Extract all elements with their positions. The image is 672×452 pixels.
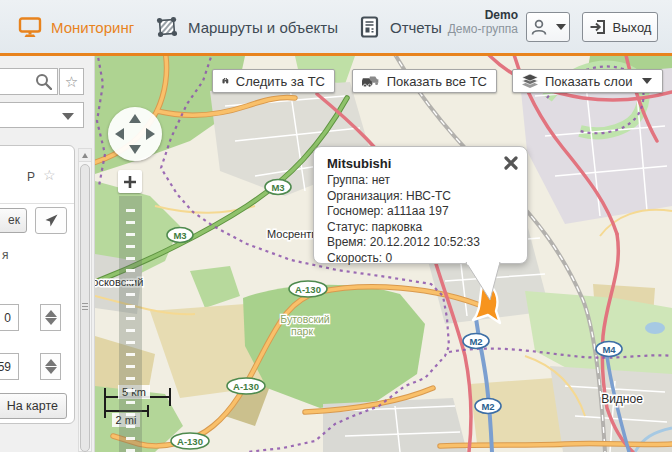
pan-down-icon[interactable]: [129, 145, 141, 154]
panel-divider: [0, 203, 74, 204]
svg-text:М4: М4: [602, 344, 616, 355]
layers-icon: [522, 74, 538, 89]
badge-m2-a: М2: [463, 334, 489, 349]
chevron-down-icon: [556, 24, 566, 30]
sidebar-scrollbar[interactable]: [78, 148, 92, 452]
badge-m3-b: М3: [167, 228, 193, 243]
spinner-top-arrows[interactable]: [40, 304, 61, 331]
routes-polygon-icon: [155, 15, 179, 39]
logout-button[interactable]: Выход: [582, 12, 658, 42]
group-dropdown[interactable]: [0, 102, 84, 128]
popup-line-speed: Скорость: 0: [327, 251, 515, 267]
pan-up-icon[interactable]: [129, 114, 141, 123]
top-navigation-bar: Мониторинг Маршруты и объекты Отчеты: [0, 0, 672, 56]
truncated-label: я: [2, 248, 9, 262]
badge-m2-b: М2: [475, 399, 501, 414]
locate-button[interactable]: [35, 207, 67, 234]
scroll-up-button[interactable]: [79, 149, 91, 162]
location-arrow-icon: [44, 213, 59, 228]
spinner-down-icon[interactable]: [45, 367, 57, 374]
vehicles-icon: [362, 74, 380, 88]
zoom-slider-ticks: [126, 200, 135, 452]
spinner-down-icon[interactable]: [45, 318, 57, 325]
label-vidnoe: Видное: [601, 392, 643, 406]
popup-line-plate: Госномер: а111аа 197: [327, 204, 515, 220]
exit-icon: [589, 18, 607, 36]
follow-vehicle-button[interactable]: Следить за ТС: [212, 69, 335, 93]
zoom-in-button[interactable]: [118, 170, 142, 193]
svg-text:А-130: А-130: [177, 436, 203, 447]
spinner-up-icon[interactable]: [45, 310, 57, 317]
truncated-button[interactable]: ек: [0, 208, 27, 233]
tab-reports[interactable]: Отчеты: [358, 12, 442, 42]
svg-text:М2: М2: [481, 401, 494, 412]
label-butovsky-2: парк: [291, 325, 313, 337]
show-all-vehicles-button[interactable]: Показать все ТС: [352, 69, 497, 93]
svg-text:М3: М3: [271, 182, 284, 193]
svg-text:М3: М3: [173, 230, 186, 241]
chevron-down-icon: [642, 78, 652, 84]
tab-reports-label: Отчеты: [390, 19, 442, 36]
badge-a130-c: А-130: [171, 433, 209, 449]
tab-routes-objects-label: Маршруты и объекты: [188, 19, 338, 36]
vehicle-panel: Р ☆ ек я На карте: [0, 145, 75, 424]
svg-text:М2: М2: [469, 336, 482, 347]
popup-line-group: Группа: нет: [327, 173, 515, 189]
show-layers-label: Показать слои: [545, 74, 633, 89]
star-icon: ☆: [65, 73, 78, 91]
user-icon: [530, 18, 548, 36]
monitor-icon: [18, 15, 42, 39]
popup-line-time: Время: 20.12.2012 10:52:33: [327, 235, 515, 251]
zoom-slider[interactable]: [119, 196, 142, 452]
badge-m4: М4: [596, 342, 622, 357]
reports-icon: [358, 15, 381, 39]
scrollbar-thumb[interactable]: [80, 164, 90, 452]
show-layers-button[interactable]: Показать слои: [512, 69, 663, 93]
badge-a130-a: А-130: [289, 281, 327, 297]
pan-left-icon[interactable]: [115, 128, 124, 140]
user-group: Демо-группа: [448, 22, 518, 36]
follow-vehicle-label: Следить за ТС: [236, 74, 325, 89]
search-icon: [35, 73, 52, 90]
vehicle-info-popup: Mitsubishi Группа: нет Организация: НВС-…: [313, 146, 528, 264]
user-name: Demo: [448, 8, 518, 22]
show-all-vehicles-label: Показать все ТС: [387, 74, 487, 89]
badge-m3-a: М3: [265, 180, 291, 195]
svg-text:А-130: А-130: [233, 381, 259, 392]
plus-icon: [123, 175, 137, 189]
pan-right-icon[interactable]: [146, 128, 155, 140]
badge-a130-b: А-130: [227, 378, 265, 394]
user-menu-button[interactable]: [526, 12, 570, 42]
panel-letter: Р: [27, 170, 35, 184]
logout-label: Выход: [613, 20, 652, 35]
svg-text:А-130: А-130: [295, 284, 321, 295]
on-map-button[interactable]: На карте: [0, 393, 67, 419]
spinner-top-input[interactable]: [0, 304, 19, 331]
favorites-button[interactable]: ☆: [59, 68, 84, 95]
popup-line-status: Статус: парковка: [327, 220, 515, 236]
chevron-down-icon: [62, 113, 74, 120]
map-pan-control[interactable]: [108, 107, 162, 161]
sidebar: ☆ Р ☆ ек я На карте: [0, 56, 95, 452]
scrollbar-grip: [82, 303, 88, 312]
star-icon[interactable]: ☆: [43, 167, 56, 183]
user-info: Demo Демо-группа: [448, 8, 518, 36]
close-icon[interactable]: [503, 155, 519, 171]
spinner-bottom-arrows[interactable]: [40, 353, 61, 380]
tab-monitoring[interactable]: Мониторинг: [18, 12, 134, 42]
popup-line-organization: Организация: НВС-ТС: [327, 189, 515, 205]
tab-routes-objects[interactable]: Маршруты и объекты: [155, 12, 338, 42]
binoculars-icon: [222, 74, 229, 88]
spinner-bottom-input[interactable]: [0, 353, 19, 380]
tab-monitoring-label: Мониторинг: [51, 19, 134, 36]
spinner-up-icon[interactable]: [45, 359, 57, 366]
popup-title: Mitsubishi: [327, 156, 515, 171]
label-butovsky-1: Бутовский: [280, 313, 330, 325]
